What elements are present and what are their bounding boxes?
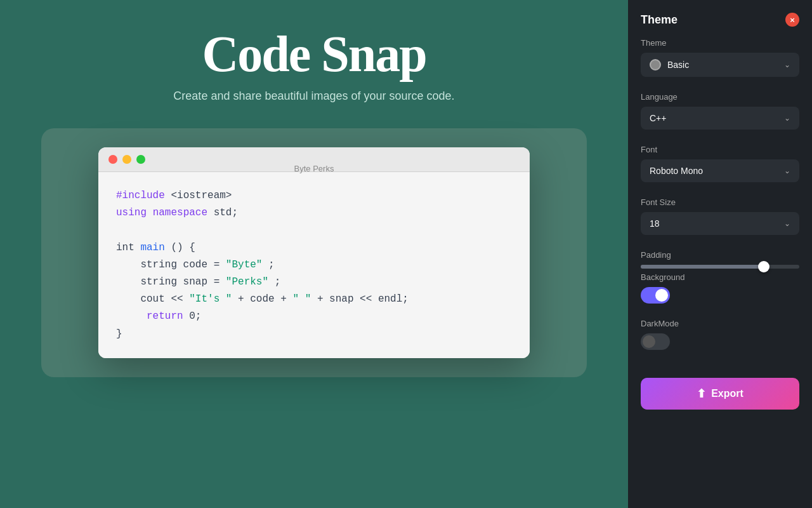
- code-line-6: string snap = "Perks" ;: [116, 274, 512, 291]
- darkmode-toggle-knob: [643, 335, 655, 348]
- darkmode-toggle[interactable]: [641, 333, 670, 350]
- font-size-value: 18: [650, 218, 660, 229]
- darkmode-toggle-row: [641, 333, 799, 350]
- mac-titlebar: Byte Perks: [98, 147, 530, 172]
- theme-dot-icon: [650, 59, 661, 70]
- theme-chevron-icon: ⌄: [784, 60, 790, 69]
- font-size-input[interactable]: 18 ⌄: [641, 212, 799, 235]
- mac-buttons: [108, 155, 520, 164]
- font-size-section: Font Size 18 ⌄: [641, 197, 799, 246]
- font-section: Font Roboto Mono ⌄: [641, 145, 799, 194]
- theme-section: Theme Basic ⌄: [641, 38, 799, 88]
- panel-title: Theme: [641, 13, 678, 27]
- code-line-4: int main () {: [116, 239, 512, 257]
- background-toggle-row: [641, 287, 799, 304]
- padding-slider-thumb[interactable]: [758, 261, 769, 272]
- padding-slider-fill: [641, 265, 761, 269]
- export-icon: ⬆: [697, 387, 706, 401]
- theme-select-left: Basic: [650, 59, 689, 70]
- padding-slider-track[interactable]: [641, 265, 799, 269]
- font-size-chevron-icon: ⌄: [784, 219, 790, 228]
- font-chevron-icon: ⌄: [784, 166, 790, 175]
- code-line-3: [116, 222, 512, 239]
- minimize-dot[interactable]: [122, 155, 131, 164]
- window-title: Byte Perks: [294, 164, 334, 173]
- close-button[interactable]: ×: [785, 13, 799, 27]
- language-select-left: C++: [650, 113, 666, 123]
- language-label: Language: [641, 92, 799, 102]
- font-select-left: Roboto Mono: [650, 166, 703, 176]
- code-line-9: }: [116, 326, 512, 343]
- code-body: #include <iostream> using namespace std;…: [98, 172, 530, 358]
- export-label: Export: [711, 388, 743, 399]
- padding-label: Padding: [641, 250, 799, 260]
- preview-card: Byte Perks #include <iostream> using nam…: [41, 128, 587, 377]
- darkmode-label: DarkMode: [641, 319, 799, 328]
- theme-label: Theme: [641, 38, 799, 48]
- background-toggle-knob: [655, 289, 668, 302]
- settings-panel: Theme × Theme Basic ⌄ Language C++ ⌄ Fon…: [628, 0, 812, 508]
- font-select[interactable]: Roboto Mono ⌄: [641, 159, 799, 182]
- language-section: Language C++ ⌄: [641, 92, 799, 141]
- font-size-label: Font Size: [641, 197, 799, 207]
- language-select[interactable]: C++ ⌄: [641, 107, 799, 130]
- code-window: Byte Perks #include <iostream> using nam…: [98, 147, 530, 358]
- code-line-1: #include <iostream>: [116, 187, 512, 204]
- code-line-8: return 0;: [116, 308, 512, 325]
- panel-header: Theme ×: [641, 13, 799, 27]
- main-content: Code Snap Create and share beautiful ima…: [0, 0, 628, 508]
- app-subtitle: Create and share beautiful images of you…: [173, 90, 454, 103]
- padding-section: Padding: [641, 250, 799, 269]
- language-value: C++: [650, 113, 666, 123]
- darkmode-section: DarkMode: [641, 319, 799, 361]
- background-toggle[interactable]: [641, 287, 670, 304]
- code-line-5: string code = "Byte" ;: [116, 257, 512, 274]
- maximize-dot[interactable]: [136, 155, 145, 164]
- export-button[interactable]: ⬆ Export: [641, 378, 799, 410]
- code-line-7: cout << "It's " + code + " " + snap << e…: [116, 291, 512, 308]
- titlebar-wrapper: Byte Perks: [108, 155, 520, 164]
- theme-value: Basic: [667, 60, 689, 70]
- font-label: Font: [641, 145, 799, 154]
- theme-select[interactable]: Basic ⌄: [641, 53, 799, 77]
- app-title: Code Snap: [202, 25, 426, 83]
- font-value: Roboto Mono: [650, 166, 703, 176]
- background-label: Background: [641, 272, 799, 282]
- background-section: Background: [641, 272, 799, 315]
- language-chevron-icon: ⌄: [784, 114, 790, 123]
- code-line-2: using namespace std;: [116, 204, 512, 222]
- close-dot[interactable]: [108, 155, 117, 164]
